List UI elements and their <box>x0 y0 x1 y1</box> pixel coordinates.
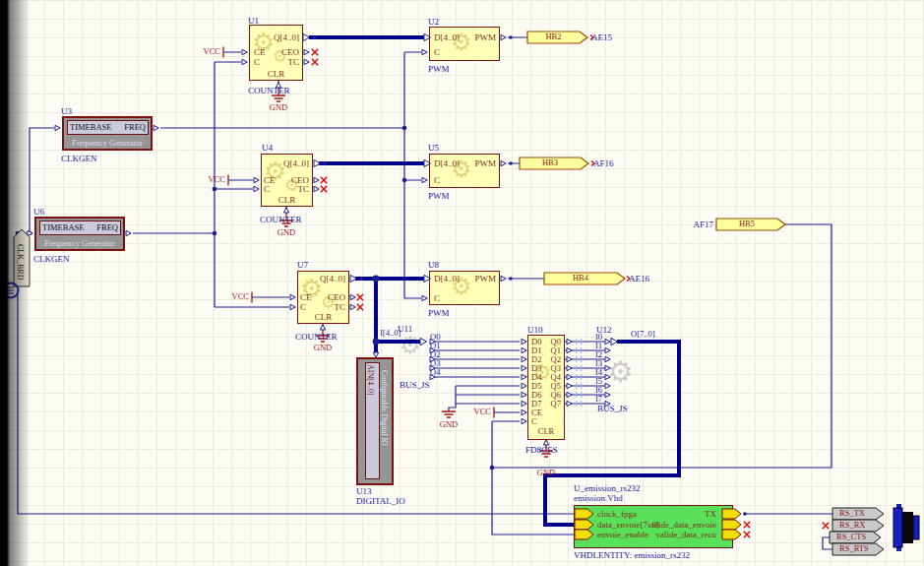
type-label-u1: COUNTER <box>248 86 290 95</box>
net-cts-rts-loopback[interactable] <box>823 537 832 549</box>
port-label-rs-rts[interactable]: RS_RTS <box>839 544 869 553</box>
u11-out-o4: O4 <box>430 368 440 377</box>
net-label-ae16[interactable]: AE16 <box>629 274 649 283</box>
port-label-rs-rx[interactable]: RS_RX <box>839 521 865 530</box>
vcc-label-u1[interactable]: VCC <box>193 47 220 56</box>
type-label-u3: CLKGEN <box>61 154 97 163</box>
gnd-label-u7[interactable]: GND <box>306 344 339 352</box>
u1-pin-clr: CLR <box>249 69 303 79</box>
u5-pin-pwm: PWM <box>447 158 496 168</box>
designator-u13[interactable]: U13 <box>356 486 372 496</box>
gnd-label-u1[interactable]: GND <box>262 103 295 112</box>
db9-connector-icon[interactable] <box>893 504 919 551</box>
designator-u10[interactable]: U10 <box>527 325 543 335</box>
type-label-u5: PWM <box>428 191 450 201</box>
sheet-edge-shadow <box>0 0 33 566</box>
gear-icon: ⚙ <box>607 354 634 389</box>
gnd-label-u10[interactable]: GND <box>529 469 563 477</box>
u2-pin-pwm: PWM <box>447 32 496 42</box>
type-label-u11: BUS_JS <box>400 380 430 390</box>
designator-u2[interactable]: U2 <box>428 17 439 27</box>
gnd-label-u11[interactable]: GND <box>432 420 465 429</box>
u4-pin-clr: CLR <box>260 195 314 205</box>
u12-in-i7: I7 <box>586 395 602 404</box>
u1-pin-q: Q[4..0] <box>250 32 299 42</box>
vcc-label-u4[interactable]: VCC <box>198 175 225 184</box>
u7-pin-ceo: CEO <box>296 292 345 302</box>
u7-pin-q: Q[4..0] <box>296 274 345 283</box>
type-label-u10: FD8CES <box>525 445 558 455</box>
u13-pin-ain: AIN[4..0] <box>366 364 374 421</box>
u7-pin-tc: TC <box>296 302 345 312</box>
bus-u7-q[interactable] <box>355 276 424 353</box>
port-label-rs-cts[interactable]: RS_CTS <box>836 533 866 541</box>
net-label-af17[interactable]: AF17 <box>687 220 713 229</box>
port-label-hb5[interactable]: HB5 <box>716 220 777 228</box>
port-label-hb2[interactable]: HB2 <box>527 32 580 41</box>
u3-description: Frequency Generator <box>63 139 152 148</box>
emission-pin-valide-data-envoie: valide_data_envoie <box>590 520 716 530</box>
designator-u7[interactable]: U7 <box>297 260 308 270</box>
vcc-label-u7[interactable]: VCC <box>221 292 249 301</box>
emission-entity-label: VHDLENTITY: emission_rs232 <box>574 550 690 560</box>
port-label-hb3[interactable]: HB3 <box>520 158 581 167</box>
designator-u5[interactable]: U5 <box>428 143 439 153</box>
port-label-rs-tx[interactable]: RS_TX <box>839 509 865 518</box>
u12-bus-out-label[interactable]: O[7..0] <box>631 330 655 339</box>
vcc-label-u10[interactable]: VCC <box>463 408 491 416</box>
u8-pin-pwm: PWM <box>447 274 496 283</box>
u1-pin-ceo: CEO <box>250 47 299 57</box>
u10-pin-clr: CLR <box>531 427 561 436</box>
emission-pin-tx: TX <box>590 509 716 519</box>
designator-u8[interactable]: U8 <box>428 260 439 270</box>
type-label-u12: BUS_JS <box>597 404 628 413</box>
u5-pin-c: C <box>434 175 440 185</box>
designator-u1[interactable]: U1 <box>248 16 259 26</box>
emission-file-label: emission.Vhd <box>574 493 623 503</box>
u11-bus-in-label[interactable]: I[4..0] <box>380 329 400 338</box>
u4-pin-q: Q[4..0] <box>260 158 309 168</box>
u2-pin-c: C <box>434 47 440 57</box>
type-label-u2: PWM <box>428 64 450 74</box>
clr-gnd-drops[interactable] <box>278 81 546 451</box>
type-label-u4: COUNTER <box>260 215 302 224</box>
net-u11-outputs[interactable] <box>434 342 520 377</box>
designator-u4[interactable]: U4 <box>262 143 273 153</box>
type-label-u6: CLKGEN <box>33 254 70 264</box>
gear-icon: ⚙ <box>400 332 421 359</box>
designator-u3[interactable]: U3 <box>61 106 72 116</box>
u10-pin-c: C <box>531 417 537 426</box>
type-label-u7: COUNTER <box>295 332 338 342</box>
u6-description: Frequency Generator <box>35 239 124 248</box>
net-label-ae15[interactable]: AE15 <box>591 32 612 42</box>
emission-pin-valide-data-recu: valide_data_recu <box>590 530 716 539</box>
compile-mask-ticks <box>576 339 582 407</box>
net-label-af16[interactable]: AF16 <box>593 158 614 168</box>
type-label-u13: DIGITAL_IO <box>356 496 405 506</box>
designator-u6[interactable]: U6 <box>33 207 44 217</box>
u7-pin-clr: CLR <box>296 312 350 322</box>
u3-pin-freq: FREQ <box>96 123 146 132</box>
u13-description: Configurable Digital IO <box>380 370 388 478</box>
u1-pin-tc: TC <box>250 57 299 67</box>
u4-pin-tc: TC <box>260 184 309 194</box>
schematic-sheet: ⚙ ⚙ ⚙ ⚙ ⚙ ⚙ ⚙ ⚙ ⚙ ⚙ ⚙ ⚙ <box>0 0 924 566</box>
port-label-hb4[interactable]: HB4 <box>544 274 617 283</box>
gnd-label-u4[interactable]: GND <box>270 228 303 237</box>
type-label-u8: PWM <box>428 308 450 318</box>
u6-pin-freq: FREQ <box>69 223 118 232</box>
designator-emission[interactable]: U_emission_rs232 <box>574 483 641 493</box>
u8-pin-c: C <box>434 293 440 303</box>
